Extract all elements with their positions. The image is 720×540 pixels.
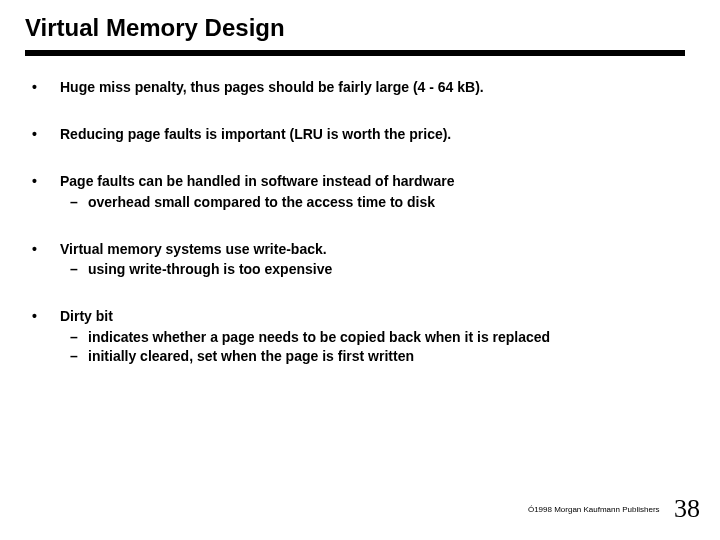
sub-list-item: overhead small compared to the access ti… (60, 193, 690, 212)
sub-list: overhead small compared to the access ti… (60, 193, 690, 212)
slide-body: Huge miss penalty, thus pages should be … (30, 78, 690, 394)
sub-bullet-text: indicates whether a page needs to be cop… (88, 329, 550, 345)
list-item: Huge miss penalty, thus pages should be … (30, 78, 690, 97)
sub-list: indicates whether a page needs to be cop… (60, 328, 690, 366)
sub-list-item: initially cleared, set when the page is … (60, 347, 690, 366)
bullet-text: Page faults can be handled in software i… (60, 173, 454, 189)
bullet-text: Dirty bit (60, 308, 113, 324)
bullet-text: Reducing page faults is important (LRU i… (60, 126, 451, 142)
sub-list: using write-through is too expensive (60, 260, 690, 279)
list-item: Dirty bit indicates whether a page needs… (30, 307, 690, 366)
bullet-text: Huge miss penalty, thus pages should be … (60, 79, 484, 95)
sub-bullet-text: overhead small compared to the access ti… (88, 194, 435, 210)
page-number: 38 (674, 494, 700, 523)
sub-list-item: indicates whether a page needs to be cop… (60, 328, 690, 347)
bullet-text: Virtual memory systems use write-back. (60, 241, 327, 257)
list-item: Reducing page faults is important (LRU i… (30, 125, 690, 144)
page-title: Virtual Memory Design (25, 14, 285, 42)
sub-bullet-text: using write-through is too expensive (88, 261, 332, 277)
list-item: Page faults can be handled in software i… (30, 172, 690, 212)
list-item: Virtual memory systems use write-back. u… (30, 240, 690, 280)
slide-footer: Ó1998 Morgan Kaufmann Publishers 38 (528, 494, 700, 524)
bullet-list: Huge miss penalty, thus pages should be … (30, 78, 690, 366)
copyright-text: Ó1998 Morgan Kaufmann Publishers (528, 505, 660, 514)
title-rule (25, 50, 685, 56)
slide: Virtual Memory Design Huge miss penalty,… (0, 0, 720, 540)
sub-bullet-text: initially cleared, set when the page is … (88, 348, 414, 364)
sub-list-item: using write-through is too expensive (60, 260, 690, 279)
